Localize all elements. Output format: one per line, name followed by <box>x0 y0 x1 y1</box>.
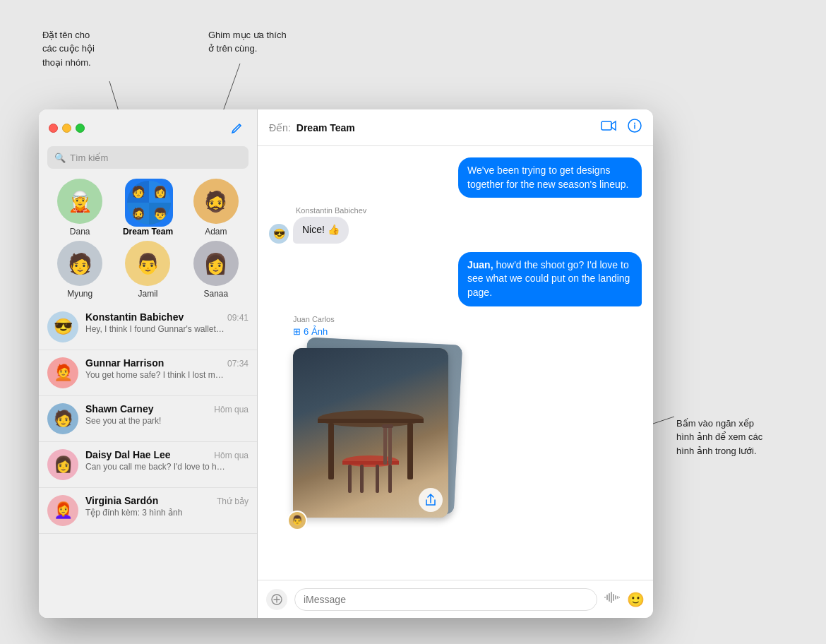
chat-panel: Đến: Dream Team <box>258 109 653 618</box>
juan-carlos-avatar: 👨 <box>287 511 307 530</box>
konstantin-time: 09:41 <box>227 313 249 323</box>
svg-rect-13 <box>383 426 387 465</box>
dana-name: Dana <box>70 227 90 237</box>
konstantin-bubble: Nice! 👍 <box>293 217 349 244</box>
konstantin-message-with-avatar: 😎 Nice! 👍 <box>269 217 349 244</box>
virginia-preview: Tệp đính kèm: 3 hình ảnh <box>85 508 227 518</box>
dream-team-avatar-wrap: 🧑 👩 🧔 👦 <box>125 179 170 224</box>
gunnar-content: Gunnar Harrison 07:34 You get home safe?… <box>85 357 249 380</box>
shawn-header: Shawn Carney Hôm qua <box>85 403 249 415</box>
apps-button[interactable] <box>266 589 287 610</box>
sanaa-name: Sanaa <box>203 289 228 299</box>
chat-header: Đến: Dream Team <box>258 109 653 146</box>
audio-waveform-icon[interactable] <box>604 592 620 607</box>
jamil-avatar: 👨 <box>125 241 170 286</box>
shawn-content: Shawn Carney Hôm qua See you at the park… <box>85 403 249 426</box>
chair-svg <box>307 362 434 503</box>
konstantin-message-avatar: 😎 <box>269 224 289 244</box>
sidebar-titlebar <box>39 109 257 146</box>
daisy-content: Daisy Dal Hae Lee Hôm qua Can you call m… <box>85 449 249 472</box>
pinned-contact-jamil[interactable]: 👨 Jamil <box>119 241 176 299</box>
gunnar-name: Gunnar Harrison <box>85 357 164 369</box>
daisy-time: Hôm qua <box>214 451 249 460</box>
sanaa-avatar: 👩 <box>193 241 239 286</box>
emoji-button[interactable]: 🙂 <box>627 591 645 608</box>
svg-rect-14 <box>388 426 392 465</box>
svg-rect-19 <box>388 465 392 493</box>
to-label: Đến: <box>269 122 291 133</box>
messages-area: We've been trying to get designs togethe… <box>258 146 653 580</box>
callout-group-name: Đặt tên cho các cuộc hội thoại nhóm. <box>42 14 95 69</box>
daisy-avatar: 👩 <box>47 449 78 480</box>
message-input[interactable] <box>294 588 597 611</box>
message-outgoing-2: Juan, how'd the shoot go? I'd love to se… <box>269 252 642 306</box>
dana-avatar-wrap: 🧝 <box>57 179 102 224</box>
conversation-item-daisy[interactable]: 👩 Daisy Dal Hae Lee Hôm qua Can you call… <box>39 442 257 488</box>
svg-rect-9 <box>328 423 334 479</box>
gunnar-header: Gunnar Harrison 07:34 <box>85 357 249 369</box>
search-icon: 🔍 <box>54 153 66 163</box>
sanaa-avatar-wrap: 👩 <box>193 241 239 286</box>
message-outgoing-1: We've been trying to get designs togethe… <box>269 157 642 198</box>
virginia-time: Thứ bảy <box>217 496 249 506</box>
bold-name: Juan, <box>467 259 493 270</box>
conversation-item-virginia[interactable]: 👩‍🦰 Virginia Sardón Thứ bảy Tệp đính kèm… <box>39 488 257 534</box>
myung-name: Myung <box>67 289 92 299</box>
fullscreen-button[interactable] <box>76 124 85 133</box>
virginia-content: Virginia Sardón Thứ bảy Tệp đính kèm: 3 … <box>85 495 249 518</box>
photo-count-text: 6 Ảnh <box>304 326 328 337</box>
svg-rect-16 <box>348 465 352 493</box>
photo-card-front[interactable] <box>293 348 448 518</box>
chat-recipient-name: Dream Team <box>297 122 355 133</box>
compose-button[interactable] <box>227 118 247 138</box>
search-bar[interactable]: 🔍 Tìm kiếm <box>47 146 249 169</box>
message-incoming-konstantin: Konstantin Babichev 😎 Nice! 👍 <box>269 206 642 244</box>
daisy-preview: Can you call me back? I'd love to hear m… <box>85 462 227 472</box>
photo-sender-label: Juan Carlos <box>293 315 642 323</box>
callout-photo-stack: Bấm vào ngăn xếp hình ảnh để xem các hìn… <box>676 402 762 458</box>
svg-rect-8 <box>318 419 424 423</box>
share-button[interactable] <box>419 488 443 512</box>
adam-avatar-wrap: 🧔 <box>193 179 239 224</box>
shawn-preview: See you at the park! <box>85 416 227 426</box>
konstantin-content: Konstantin Babichev 09:41 Hey, I think I… <box>85 311 249 334</box>
conversation-item-konstantin[interactable]: 😎 Konstantin Babichev 09:41 Hey, I think… <box>39 304 257 350</box>
shawn-time: Hôm qua <box>214 405 249 415</box>
svg-rect-3 <box>601 121 611 130</box>
konstantin-preview: Hey, I think I found Gunnar's wallet. It… <box>85 324 227 334</box>
svg-rect-17 <box>376 465 379 493</box>
pinned-contact-myung[interactable]: 🧑 Myung <box>52 241 108 299</box>
traffic-lights <box>49 124 85 133</box>
photo-stack[interactable]: 👨 <box>293 341 462 525</box>
pinned-contact-dana[interactable]: 🧝 Dana <box>52 179 108 237</box>
grid-icon: ⊞ <box>293 326 301 337</box>
dana-avatar: 🧝 <box>57 179 102 224</box>
close-button[interactable] <box>49 124 58 133</box>
shawn-avatar: 🧑 <box>47 403 78 434</box>
shawn-name: Shawn Carney <box>85 403 153 415</box>
photo-count-label: ⊞ 6 Ảnh <box>293 326 642 337</box>
conversation-item-gunnar[interactable]: 🧑‍🦰 Gunnar Harrison 07:34 You get home s… <box>39 350 257 396</box>
pinned-contact-sanaa[interactable]: 👩 Sanaa <box>188 241 244 299</box>
gunnar-preview: You get home safe? I think I lost my wal… <box>85 370 227 380</box>
photo-stack-section: Juan Carlos ⊞ 6 Ảnh <box>293 315 642 525</box>
pinned-contacts-section: 🧝 Dana 🧑 👩 🧔 👦 <box>39 176 257 304</box>
minimize-button[interactable] <box>62 124 71 133</box>
dream-team-name: Dream Team <box>123 227 173 237</box>
video-call-icon[interactable] <box>601 120 616 135</box>
messages-app-window: 🔍 Tìm kiếm 🧝 Dana <box>39 109 653 618</box>
jamil-avatar-wrap: 👨 <box>125 241 170 286</box>
pinned-row-2: 🧑 Myung 👨 Jamil 👩 Sana <box>46 241 250 299</box>
info-icon[interactable] <box>628 119 642 136</box>
pinned-contact-adam[interactable]: 🧔 Adam <box>188 179 244 237</box>
adam-name: Adam <box>205 227 227 237</box>
virginia-name: Virginia Sardón <box>85 495 158 506</box>
conversation-list: 😎 Konstantin Babichev 09:41 Hey, I think… <box>39 304 257 618</box>
pinned-contact-dream-team[interactable]: 🧑 👩 🧔 👦 Dream Team <box>119 179 176 237</box>
svg-rect-18 <box>360 465 364 493</box>
message-bubble-outgoing-1: We've been trying to get designs togethe… <box>458 157 642 198</box>
gunnar-time: 07:34 <box>227 359 249 369</box>
conversation-item-shawn[interactable]: 🧑 Shawn Carney Hôm qua See you at the pa… <box>39 396 257 442</box>
konstantin-avatar: 😎 <box>47 311 78 342</box>
pinned-row-1: 🧝 Dana 🧑 👩 🧔 👦 <box>46 179 250 237</box>
